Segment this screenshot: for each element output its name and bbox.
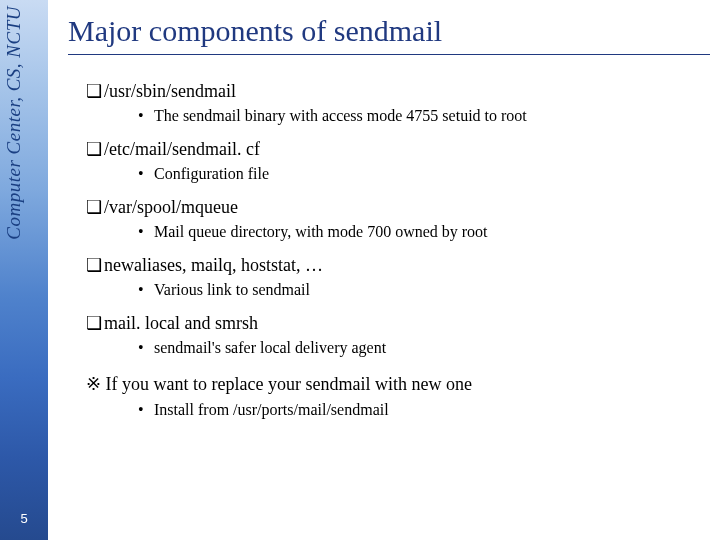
subitem-text: Mail queue directory, with mode 700 owne…	[154, 223, 488, 240]
dot-bullet-icon: •	[138, 105, 154, 127]
title-underline	[68, 54, 710, 55]
slide-content: Major components of sendmail ❑/usr/sbin/…	[68, 0, 710, 540]
item-label: /etc/mail/sendmail. cf	[104, 139, 260, 159]
item-label: /usr/sbin/sendmail	[104, 81, 236, 101]
bullet-list: ❑/usr/sbin/sendmail •The sendmail binary…	[68, 79, 710, 420]
subitem-text: Configuration file	[154, 165, 269, 182]
item-label: /var/spool/mqueue	[104, 197, 238, 217]
list-item: ❑/var/spool/mqueue	[86, 195, 710, 219]
note-line: ※ If you want to replace your sendmail w…	[86, 372, 710, 396]
dot-bullet-icon: •	[138, 163, 154, 185]
dot-bullet-icon: •	[138, 279, 154, 301]
subitem-text: sendmail's safer local delivery agent	[154, 339, 386, 356]
list-item: ❑/usr/sbin/sendmail	[86, 79, 710, 103]
item-label: newaliases, mailq, hoststat, …	[104, 255, 323, 275]
square-bullet-icon: ❑	[86, 311, 104, 335]
list-subitem: •Various link to sendmail	[138, 279, 710, 301]
note-sub-text: Install from /usr/ports/mail/sendmail	[154, 401, 389, 418]
list-item: ❑newaliases, mailq, hoststat, …	[86, 253, 710, 277]
list-subitem: •The sendmail binary with access mode 47…	[138, 105, 710, 127]
list-item: ❑mail. local and smrsh	[86, 311, 710, 335]
list-subitem: •Configuration file	[138, 163, 710, 185]
list-subitem: •Mail queue directory, with mode 700 own…	[138, 221, 710, 243]
org-vertical-text: Computer Center, CS, NCTU	[3, 6, 25, 240]
sidebar: Computer Center, CS, NCTU 5	[0, 0, 48, 540]
page-title: Major components of sendmail	[68, 14, 710, 48]
dot-bullet-icon: •	[138, 221, 154, 243]
item-label: mail. local and smrsh	[104, 313, 258, 333]
note-subitem: •Install from /usr/ports/mail/sendmail	[138, 399, 710, 421]
square-bullet-icon: ❑	[86, 195, 104, 219]
list-subitem: •sendmail's safer local delivery agent	[138, 337, 710, 359]
dot-bullet-icon: •	[138, 337, 154, 359]
square-bullet-icon: ❑	[86, 137, 104, 161]
subitem-text: Various link to sendmail	[154, 281, 310, 298]
page-number: 5	[0, 511, 48, 526]
square-bullet-icon: ❑	[86, 79, 104, 103]
subitem-text: The sendmail binary with access mode 475…	[154, 107, 527, 124]
dot-bullet-icon: •	[138, 399, 154, 421]
square-bullet-icon: ❑	[86, 253, 104, 277]
list-item: ❑/etc/mail/sendmail. cf	[86, 137, 710, 161]
